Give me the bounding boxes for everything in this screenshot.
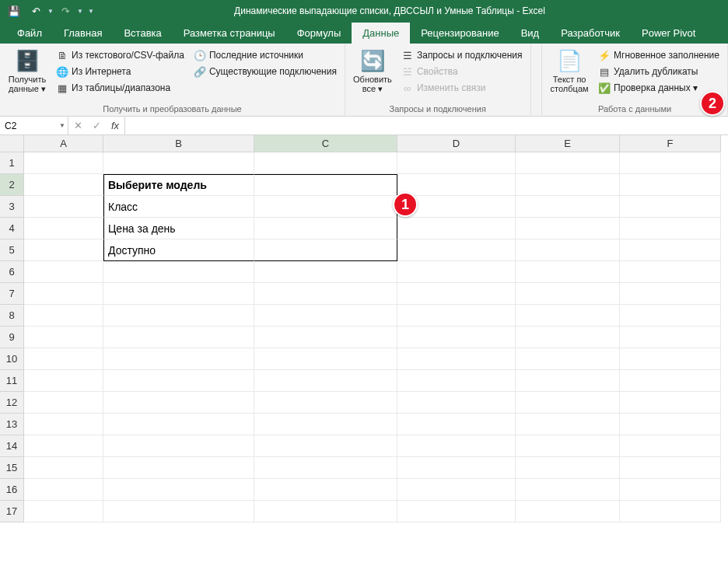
cell-F12[interactable]	[620, 392, 721, 414]
cell-B8[interactable]	[103, 305, 254, 327]
col-header-F[interactable]: F	[620, 135, 721, 152]
cell-D10[interactable]	[397, 348, 516, 370]
fx-icon[interactable]: fx	[106, 120, 124, 131]
tab-file[interactable]: Файл	[6, 23, 53, 44]
cell-D5[interactable]	[397, 239, 516, 261]
col-header-D[interactable]: D	[397, 135, 516, 152]
cell-F7[interactable]	[620, 283, 721, 305]
cell-C6[interactable]	[254, 261, 397, 283]
cell-D8[interactable]	[397, 305, 516, 327]
cell-D15[interactable]	[397, 457, 516, 479]
cell-D9[interactable]	[397, 327, 516, 348]
cell-A10[interactable]	[24, 348, 103, 370]
cell-B13[interactable]	[103, 414, 254, 435]
tab-developer[interactable]: Разработчик	[550, 23, 631, 44]
cell-F2[interactable]	[620, 174, 721, 196]
row-header-4[interactable]: 4	[0, 218, 24, 239]
cell-D4[interactable]	[397, 218, 516, 239]
cell-A16[interactable]	[24, 479, 103, 501]
remove-duplicates-button[interactable]: ▤Удалить дубликаты	[595, 64, 723, 79]
cell-C5[interactable]	[254, 239, 397, 261]
cell-C16[interactable]	[254, 479, 397, 501]
flash-fill-button[interactable]: ⚡Мгновенное заполнение	[595, 47, 723, 63]
undo-caret[interactable]: ▼	[47, 8, 54, 15]
cell-E10[interactable]	[516, 348, 620, 370]
row-header-3[interactable]: 3	[0, 196, 24, 218]
cell-A7[interactable]	[24, 283, 103, 305]
tab-home[interactable]: Главная	[53, 23, 113, 44]
cell-C1[interactable]	[254, 152, 397, 174]
cell-E6[interactable]	[516, 261, 620, 283]
cell-F1[interactable]	[620, 152, 721, 174]
save-icon[interactable]: 💾	[3, 2, 25, 20]
cell-A6[interactable]	[24, 261, 103, 283]
cell-B2[interactable]: Выберите модель	[103, 174, 254, 196]
undo-icon[interactable]: ↶	[25, 2, 47, 20]
cell-D14[interactable]	[397, 435, 516, 457]
row-header-1[interactable]: 1	[0, 152, 24, 174]
tab-data[interactable]: Данные	[352, 23, 410, 44]
cell-F9[interactable]	[620, 327, 721, 348]
cell-A3[interactable]	[24, 196, 103, 218]
row-header-5[interactable]: 5	[0, 239, 24, 261]
col-header-B[interactable]: B	[103, 135, 254, 152]
col-header-A[interactable]: A	[24, 135, 103, 152]
cell-B5[interactable]: Доступно	[103, 239, 254, 261]
cell-F8[interactable]	[620, 305, 721, 327]
cell-E11[interactable]	[516, 370, 620, 392]
cell-F13[interactable]	[620, 414, 721, 435]
cell-B15[interactable]	[103, 457, 254, 479]
cell-C15[interactable]	[254, 457, 397, 479]
cell-D13[interactable]	[397, 414, 516, 435]
cell-A8[interactable]	[24, 305, 103, 327]
text-to-columns-button[interactable]: 📄 Текст по столбцам	[547, 45, 592, 93]
cell-C7[interactable]	[254, 283, 397, 305]
cell-C9[interactable]	[254, 327, 397, 348]
cell-E4[interactable]	[516, 218, 620, 239]
cell-B16[interactable]	[103, 479, 254, 501]
cell-B10[interactable]	[103, 348, 254, 370]
row-header-12[interactable]: 12	[0, 392, 24, 414]
tab-powerpivot[interactable]: Power Pivot	[631, 23, 706, 44]
cell-F6[interactable]	[620, 261, 721, 283]
cell-E2[interactable]	[516, 174, 620, 196]
cell-D1[interactable]	[397, 152, 516, 174]
cell-E16[interactable]	[516, 479, 620, 501]
cell-E7[interactable]	[516, 283, 620, 305]
cell-F10[interactable]	[620, 348, 721, 370]
col-header-C[interactable]: C	[254, 135, 397, 152]
cell-E17[interactable]	[516, 501, 620, 522]
row-header-7[interactable]: 7	[0, 283, 24, 305]
from-web-button[interactable]: 🌐Из Интернета	[53, 64, 187, 79]
cell-B7[interactable]	[103, 283, 254, 305]
cell-B4[interactable]: Цена за день	[103, 218, 254, 239]
cell-D11[interactable]	[397, 370, 516, 392]
col-header-E[interactable]: E	[516, 135, 620, 152]
refresh-all-button[interactable]: 🔄 Обновить все ▾	[350, 45, 395, 93]
cell-B14[interactable]	[103, 435, 254, 457]
cell-C2[interactable]	[254, 174, 397, 196]
cell-C17[interactable]	[254, 501, 397, 522]
cell-E15[interactable]	[516, 457, 620, 479]
cell-C10[interactable]	[254, 348, 397, 370]
cell-F4[interactable]	[620, 218, 721, 239]
tab-formulas[interactable]: Формулы	[286, 23, 352, 44]
cell-D17[interactable]	[397, 501, 516, 522]
cell-A5[interactable]	[24, 239, 103, 261]
row-header-14[interactable]: 14	[0, 435, 24, 457]
data-validation-button[interactable]: ✅Проверка данных ▾	[595, 80, 723, 96]
get-data-button[interactable]: 🗄️ Получить данные ▾	[5, 45, 50, 93]
redo-caret[interactable]: ▼	[76, 8, 84, 15]
cell-A14[interactable]	[24, 435, 103, 457]
qat-customize-caret[interactable]: ▼	[84, 8, 98, 15]
cell-B6[interactable]	[103, 261, 254, 283]
cell-A13[interactable]	[24, 414, 103, 435]
cell-D12[interactable]	[397, 392, 516, 414]
cell-D2[interactable]	[397, 174, 516, 196]
cell-E12[interactable]	[516, 392, 620, 414]
queries-button[interactable]: ☰Запросы и подключения	[398, 47, 526, 63]
cell-C14[interactable]	[254, 435, 397, 457]
cell-D16[interactable]	[397, 479, 516, 501]
from-csv-button[interactable]: 🗎Из текстового/CSV-файла	[53, 47, 187, 63]
name-box-dropdown-icon[interactable]: ▼	[59, 122, 65, 129]
